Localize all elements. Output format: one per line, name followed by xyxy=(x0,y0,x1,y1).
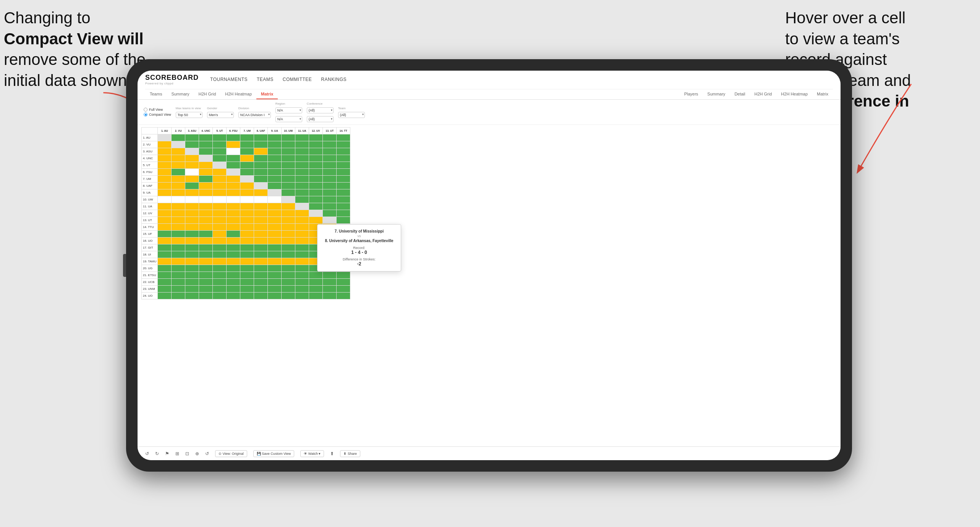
matrix-cell[interactable] xyxy=(240,217,254,224)
tab-matrix-right[interactable]: Matrix xyxy=(812,89,833,99)
matrix-cell[interactable] xyxy=(254,231,268,238)
matrix-cell[interactable] xyxy=(295,244,309,251)
matrix-cell[interactable] xyxy=(158,189,172,196)
matrix-cell[interactable] xyxy=(309,134,323,141)
matrix-cell[interactable] xyxy=(172,162,185,169)
matrix-cell[interactable] xyxy=(309,217,323,224)
matrix-cell[interactable] xyxy=(337,176,350,183)
matrix-cell[interactable] xyxy=(199,210,213,217)
matrix-cell[interactable] xyxy=(172,176,185,183)
matrix-cell[interactable] xyxy=(282,251,295,258)
matrix-cell[interactable] xyxy=(268,155,282,162)
matrix-cell[interactable] xyxy=(199,224,213,231)
matrix-cell[interactable] xyxy=(337,148,350,155)
tab-h2h-grid-right[interactable]: H2H Grid xyxy=(750,89,777,99)
matrix-cell[interactable] xyxy=(240,183,254,189)
matrix-cell[interactable] xyxy=(323,169,337,176)
matrix-cell[interactable] xyxy=(240,224,254,231)
matrix-cell[interactable] xyxy=(199,183,213,189)
division-select[interactable]: NCAA Division I xyxy=(238,112,271,118)
matrix-cell[interactable] xyxy=(254,238,268,244)
matrix-cell[interactable] xyxy=(309,183,323,189)
matrix-cell[interactable] xyxy=(199,286,213,293)
tab-teams[interactable]: Teams xyxy=(145,89,167,99)
matrix-cell[interactable] xyxy=(309,286,323,293)
conference-select-1[interactable]: (All) xyxy=(307,107,334,113)
matrix-cell[interactable] xyxy=(227,272,240,279)
matrix-cell[interactable] xyxy=(172,251,185,258)
matrix-cell[interactable] xyxy=(268,258,282,265)
matrix-cell[interactable] xyxy=(309,162,323,169)
matrix-cell[interactable] xyxy=(158,183,172,189)
matrix-cell[interactable] xyxy=(172,293,185,299)
matrix-cell[interactable] xyxy=(240,244,254,251)
matrix-cell[interactable] xyxy=(295,265,309,272)
matrix-cell[interactable] xyxy=(199,176,213,183)
matrix-cell[interactable] xyxy=(254,203,268,210)
matrix-cell[interactable] xyxy=(254,224,268,231)
matrix-cell[interactable] xyxy=(158,265,172,272)
matrix-cell[interactable] xyxy=(295,183,309,189)
matrix-cell[interactable] xyxy=(213,189,227,196)
matrix-cell[interactable] xyxy=(282,293,295,299)
matrix-cell[interactable] xyxy=(227,162,240,169)
matrix-cell[interactable] xyxy=(172,169,185,176)
matrix-cell[interactable] xyxy=(185,286,199,293)
matrix-cell[interactable] xyxy=(158,217,172,224)
matrix-cell[interactable] xyxy=(185,183,199,189)
matrix-cell[interactable] xyxy=(337,134,350,141)
matrix-cell[interactable] xyxy=(282,238,295,244)
matrix-cell[interactable] xyxy=(172,189,185,196)
matrix-cell[interactable] xyxy=(268,141,282,148)
matrix-cell[interactable] xyxy=(172,141,185,148)
matrix-cell[interactable] xyxy=(240,231,254,238)
matrix-cell[interactable] xyxy=(227,231,240,238)
matrix-cell[interactable] xyxy=(199,272,213,279)
matrix-cell[interactable] xyxy=(254,244,268,251)
matrix-cell[interactable] xyxy=(282,286,295,293)
matrix-cell[interactable] xyxy=(295,251,309,258)
matrix-cell[interactable] xyxy=(323,293,337,299)
matrix-cell[interactable] xyxy=(268,148,282,155)
matrix-cell[interactable] xyxy=(268,293,282,299)
matrix-cell[interactable] xyxy=(240,210,254,217)
matrix-cell[interactable] xyxy=(268,196,282,203)
matrix-cell[interactable] xyxy=(337,162,350,169)
matrix-cell[interactable] xyxy=(309,293,323,299)
matrix-cell[interactable] xyxy=(295,148,309,155)
matrix-cell[interactable] xyxy=(199,293,213,299)
matrix-cell[interactable] xyxy=(158,286,172,293)
matrix-cell[interactable] xyxy=(240,293,254,299)
matrix-cell[interactable] xyxy=(254,148,268,155)
matrix-cell[interactable] xyxy=(282,189,295,196)
share-btn[interactable]: ⬆ Share xyxy=(340,450,360,457)
team-select[interactable]: (All) xyxy=(338,112,365,118)
matrix-cell[interactable] xyxy=(268,203,282,210)
matrix-cell[interactable] xyxy=(213,155,227,162)
matrix-cell[interactable] xyxy=(185,231,199,238)
matrix-cell[interactable] xyxy=(323,155,337,162)
matrix-cell[interactable] xyxy=(199,196,213,203)
matrix-cell[interactable] xyxy=(185,217,199,224)
matrix-cell[interactable] xyxy=(227,155,240,162)
matrix-cell[interactable] xyxy=(158,279,172,286)
matrix-cell[interactable] xyxy=(282,231,295,238)
matrix-cell[interactable] xyxy=(282,148,295,155)
matrix-cell[interactable] xyxy=(227,258,240,265)
matrix-cell[interactable] xyxy=(268,286,282,293)
share-icon[interactable]: ⬆ xyxy=(330,451,334,456)
matrix-cell[interactable] xyxy=(213,251,227,258)
matrix-cell[interactable] xyxy=(337,169,350,176)
matrix-cell[interactable] xyxy=(172,210,185,217)
matrix-cell[interactable] xyxy=(295,134,309,141)
matrix-cell[interactable] xyxy=(158,244,172,251)
matrix-cell[interactable] xyxy=(213,231,227,238)
matrix-cell[interactable] xyxy=(337,196,350,203)
matrix-cell[interactable] xyxy=(213,203,227,210)
matrix-cell[interactable] xyxy=(227,210,240,217)
matrix-cell[interactable] xyxy=(268,169,282,176)
full-view-radio[interactable]: Full View xyxy=(144,108,171,112)
matrix-cell[interactable] xyxy=(268,265,282,272)
matrix-cell[interactable] xyxy=(185,155,199,162)
max-teams-select[interactable]: Top 50 xyxy=(176,112,202,118)
